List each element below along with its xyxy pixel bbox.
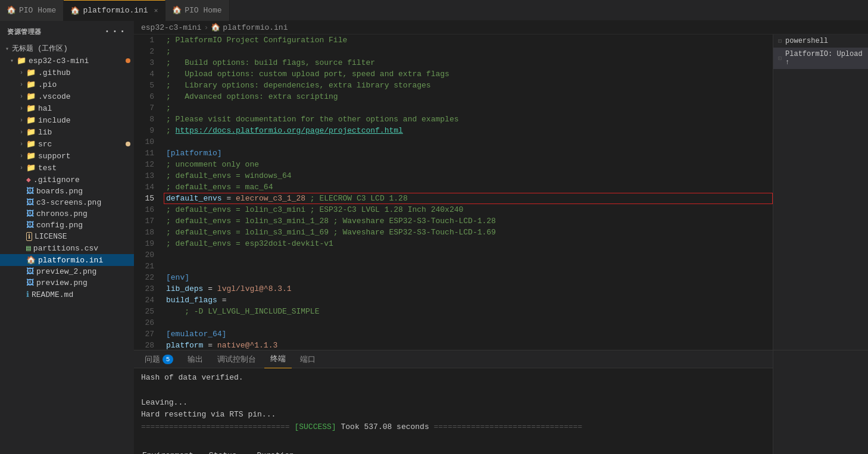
sidebar-item-preview[interactable]: › 🖼 preview.png: [0, 277, 134, 289]
folder-icon-github: 📁: [26, 68, 36, 77]
label-platformio: platformio.ini: [38, 256, 103, 265]
file-icon-preview: 🖼: [26, 278, 34, 287]
pio-icon-3: 🏠: [173, 6, 181, 14]
file-icon-readme: ℹ: [26, 290, 29, 299]
right-panel-powershell[interactable]: ⊡ powershell: [773, 35, 868, 48]
code-line-7: ;: [164, 102, 773, 114]
tab-platformio-ini[interactable]: 🏠 platformio.ini ✕: [64, 0, 166, 21]
sidebar-item-partitions[interactable]: › ▤ partitions.csv: [0, 242, 134, 254]
sidebar-item-src[interactable]: › 📁 src: [0, 138, 134, 150]
folder-icon-src: 📁: [26, 139, 36, 149]
panel-badge-problems: 5: [163, 355, 173, 364]
file-icon-gitignore: ◆: [26, 175, 31, 184]
col-status: Status: [209, 450, 256, 454]
sidebar-item-hal[interactable]: › 📁 hal: [0, 102, 134, 114]
code-line-2: ;: [164, 46, 773, 57]
sidebar-item-license[interactable]: › ℹ LICENSE: [0, 231, 134, 242]
tab-close-button[interactable]: ✕: [154, 7, 158, 14]
code-line-24: build_flags =: [164, 295, 773, 306]
workspace-item[interactable]: ▾ 无标题 (工作区): [0, 42, 134, 55]
code-line-13: ; default_envs = windows_64: [164, 170, 773, 181]
panel-tab-debug-label: 调试控制台: [217, 354, 256, 365]
terminal-line-reset: Hard resetting via RTS pin...: [141, 409, 766, 421]
panel-tab-ports[interactable]: 端口: [294, 350, 321, 368]
pio-icon-1: 🏠: [7, 6, 15, 14]
code-line-1: ; PlatformIO Project Configuration File: [164, 35, 773, 46]
sidebar-item-pio[interactable]: › 📁 .pio: [0, 79, 134, 90]
code-line-10: [164, 136, 773, 148]
sidebar-item-vscode[interactable]: › 📁 .vscode: [0, 90, 134, 102]
right-panel-platformio[interactable]: ⊡ PlatformIO: Upload ↑: [773, 48, 868, 69]
sidebar-item-preview2[interactable]: › 🖼 preview_2.png: [0, 266, 134, 277]
folder-icon-hal: 📁: [26, 104, 36, 113]
tab-pio-home-2[interactable]: 🏠 PIO Home: [166, 0, 229, 21]
sidebar-item-gitignore[interactable]: › ◆ .gitignore: [0, 174, 134, 186]
label-boards: boards.png: [36, 187, 83, 196]
sidebar-item-platformio-ini[interactable]: › 🏠 platformio.ini: [0, 254, 134, 266]
terminal-line-hash: Hash of data verified.: [141, 372, 766, 384]
sidebar-item-github[interactable]: › 📁 .github: [0, 67, 134, 79]
label-hal: hal: [38, 104, 52, 113]
panel-tab-problems[interactable]: 问题 5: [139, 350, 179, 368]
root-folder-icon: 📁: [17, 56, 26, 65]
folder-icon-support: 📁: [26, 151, 36, 161]
label-c3screens: c3-screens.png: [36, 198, 101, 207]
code-area[interactable]: ; PlatformIO Project Configuration File …: [164, 35, 773, 350]
sidebar-item-lib[interactable]: › 📁 lib: [0, 126, 134, 138]
label-include: include: [38, 116, 71, 125]
sidebar-item-readme[interactable]: › ℹ README.md: [0, 289, 134, 300]
tab-pio-home-1[interactable]: 🏠 PIO Home: [0, 0, 64, 21]
label-gitignore: .gitignore: [33, 176, 80, 184]
label-preview2: preview_2.png: [36, 267, 96, 276]
code-line-20: [164, 249, 773, 261]
label-vscode: .vscode: [38, 92, 71, 101]
panel-tab-terminal[interactable]: 终端: [264, 350, 292, 368]
panel-tabs: 问题 5 输出 调试控制台 终端 端口: [134, 350, 773, 368]
sidebar-item-config[interactable]: › 🖼 config.png: [0, 220, 134, 231]
code-line-6: ; Advanced options: extra scripting: [164, 91, 773, 102]
folder-icon-lib: 📁: [26, 127, 36, 137]
breadcrumb-file-icon: 🏠: [211, 23, 220, 32]
label-chronos: chronos.png: [36, 209, 88, 218]
pio-icon-2: 🏠: [71, 7, 79, 15]
sidebar-item-chronos[interactable]: › 🖼 chronos.png: [0, 208, 134, 220]
label-lib: lib: [38, 128, 52, 137]
sidebar-item-test[interactable]: › 📁 test: [0, 162, 134, 174]
code-line-11: [platformio]: [164, 148, 773, 159]
panel-tab-terminal-label: 终端: [270, 353, 286, 364]
terminal-label-platformio: PlatformIO: Upload ↑: [785, 50, 863, 67]
breadcrumb-file: platformio.ini: [223, 23, 288, 32]
root-arrow: ▾: [7, 57, 17, 64]
sidebar-item-support[interactable]: › 📁 support: [0, 150, 134, 162]
sidebar-item-c3-screens[interactable]: › 🖼 c3-screens.png: [0, 197, 134, 208]
col-duration: Duration: [257, 450, 322, 454]
code-line-4: ; Upload options: custom upload port, sp…: [164, 68, 773, 80]
sidebar-item-boards[interactable]: › 🖼 boards.png: [0, 186, 134, 197]
sidebar-item-include[interactable]: › 📁 include: [0, 114, 134, 126]
sidebar-more-button[interactable]: ···: [104, 26, 127, 37]
file-icon-license: ℹ: [26, 232, 32, 241]
label-config: config.png: [36, 221, 83, 230]
label-license: LICENSE: [35, 232, 67, 241]
panel-content[interactable]: Hash of data verified. Leaving... Hard r…: [134, 368, 773, 454]
line-numbers: 12345 678910 11121314 15 1617181920 2122…: [134, 35, 164, 350]
terminal-line-success: ================================ [SUCCES…: [141, 421, 766, 434]
code-line-23: lib_deps = lvgl/lvgl@^8.3.1: [164, 283, 773, 295]
breadcrumb-sep: ›: [204, 23, 208, 32]
root-modified-dot: [126, 58, 130, 63]
file-icon-partitions: ▤: [26, 243, 31, 253]
file-icon-c3screens: 🖼: [26, 198, 34, 207]
code-line-18: ; default_envs = lolin_s3_mini_1_69 ; Wa…: [164, 227, 773, 238]
sidebar-title: 资源管理器 ···: [0, 21, 134, 42]
panel-tab-output[interactable]: 输出: [182, 350, 209, 368]
panel-tab-debug[interactable]: 调试控制台: [211, 350, 262, 368]
tree-root[interactable]: ▾ 📁 esp32-c3-mini: [0, 55, 134, 67]
tab-bar: 🏠 PIO Home 🏠 platformio.ini ✕ 🏠 PIO Home: [0, 0, 868, 21]
code-line-21: [164, 261, 773, 272]
file-icon-config: 🖼: [26, 221, 34, 230]
terminal-table: Environment Status Duration ----------- …: [141, 449, 323, 454]
label-github: .github: [38, 68, 71, 77]
code-line-25: ; -D LV_LVGL_H_INCLUDE_SIMPLE: [164, 306, 773, 317]
code-line-17: ; default_envs = lolin_s3_mini_1_28 ; Wa…: [164, 215, 773, 227]
file-icon-platformio: 🏠: [26, 255, 36, 265]
